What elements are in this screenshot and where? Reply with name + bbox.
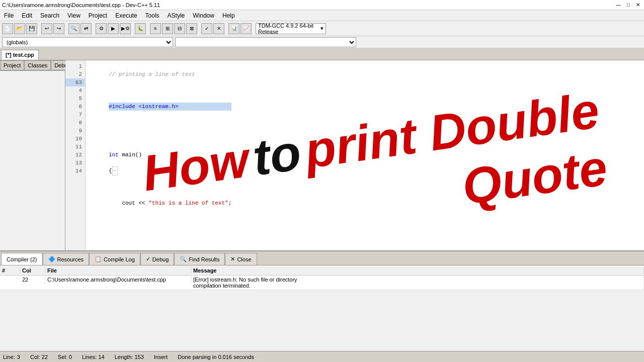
close-tab-label: Close [237, 256, 251, 262]
line-num-6: 6 [65, 103, 85, 111]
globals-dropdown[interactable]: (globals) [2, 37, 173, 47]
line-num-10: 10 [65, 135, 85, 143]
tab-compiler[interactable]: Compiler (2) [1, 253, 43, 265]
chart-button[interactable]: 📊 [228, 23, 239, 34]
column-headers: # Col File Message [0, 265, 644, 276]
code-main: main() [119, 151, 142, 159]
app: C:\Users\ramone.armstrong\Documents\test… [0, 0, 644, 362]
title-bar: C:\Users\ramone.armstrong\Documents\test… [0, 0, 644, 10]
editor-tab-label: [*] test.cpp [6, 52, 34, 58]
minimize-button[interactable]: — [614, 2, 623, 8]
line-num-3: 83 [65, 78, 85, 86]
code-semi: ; [228, 199, 232, 207]
tb-btn-3[interactable]: ⊟ [174, 23, 185, 34]
menu-search[interactable]: Search [36, 11, 63, 20]
status-message: Done parsing in 0.016 seconds [178, 354, 254, 360]
code-kw-int: int [109, 151, 119, 159]
tb-btn-2[interactable]: ⊞ [162, 23, 173, 34]
close-button[interactable]: ✕ [634, 2, 642, 8]
redo-button[interactable]: ↪ [53, 23, 64, 34]
sidebar-item-project[interactable]: Project [0, 60, 24, 70]
close-tab-icon: ✕ [230, 256, 235, 262]
toolbar: 📄 📂 💾 ↩ ↪ 🔍 ⇄ ⚙ ▶ ▶⚙ 🐛 ≡ ⊞ ⊟ ⊠ ✓ ✕ 📊 📈 T… [0, 21, 644, 36]
code-line-6: int main() [109, 151, 231, 159]
col-header-col: Col [20, 267, 45, 274]
menu-file[interactable]: File [0, 11, 18, 20]
line-num-14: 14 [65, 167, 85, 175]
menu-edit[interactable]: Edit [18, 11, 36, 20]
compile-log-icon: 📋 [95, 256, 102, 262]
find-button[interactable]: 🔍 [68, 23, 79, 34]
sidebar-item-classes[interactable]: Classes [24, 60, 51, 70]
line-num-11: 11 [65, 143, 85, 151]
error-file: C:\Users\ramone.armstrong\Documents\test… [45, 276, 191, 284]
stop-button[interactable]: ✕ [213, 23, 224, 34]
status-mode: Insert [154, 354, 168, 360]
debug-button[interactable]: 🐛 [135, 23, 146, 34]
line-num-12: 12 [65, 151, 85, 159]
scope-bar: (globals) [0, 36, 644, 48]
code-line-10 [109, 215, 231, 223]
menu-view[interactable]: View [63, 11, 85, 20]
code-line-12 [109, 247, 231, 250]
compiler-dropdown[interactable]: TDM-GCC 4.9.2 64-bit Release ▾ [256, 23, 326, 34]
status-line: Line: 3 [3, 354, 20, 360]
compiler-table: # Col File Message 22 C:\Users\ramone.ar… [0, 265, 644, 351]
status-text: Done parsing in 0.016 seconds [178, 354, 254, 360]
menu-bar: File Edit Search View Project Execute To… [0, 10, 644, 21]
menu-project[interactable]: Project [85, 11, 111, 20]
tab-find-results[interactable]: 🔍 Find Results [174, 253, 225, 265]
tab-close[interactable]: ✕ Close [225, 253, 257, 265]
table-row[interactable]: 22 C:\Users\ramone.armstrong\Documents\t… [0, 276, 644, 290]
code-area[interactable]: 1 2 83 4 5 6 7 8 9 10 11 12 13 14 // pri… [65, 60, 644, 250]
new-button[interactable]: 📄 [2, 23, 13, 34]
compiler-tab-label: Compiler (2) [7, 256, 37, 262]
compiler-panel: Compiler (2) 🔷 Resources 📋 Compile Log ✓… [0, 250, 644, 351]
line-num-13: 13 [65, 159, 85, 167]
code-content[interactable]: // printing a line of text #include <ios… [106, 60, 234, 250]
function-dropdown[interactable] [175, 37, 356, 47]
code-line-5 [109, 135, 231, 143]
editor-tab[interactable]: [*] test.cpp [1, 50, 39, 60]
replace-button[interactable]: ⇄ [80, 23, 92, 34]
menu-window[interactable]: Window [189, 11, 218, 20]
length-value: Length: 153 [115, 354, 144, 360]
profile-button[interactable]: 📈 [240, 23, 252, 34]
menu-astyle[interactable]: AStyle [164, 11, 189, 20]
tab-compile-log[interactable]: 📋 Compile Log [89, 253, 140, 265]
left-panel: Project Classes Debug [0, 60, 65, 250]
check-button[interactable]: ✓ [201, 23, 212, 34]
tb-btn-1[interactable]: ≡ [150, 23, 161, 34]
col-header-file: File [45, 267, 191, 274]
tab-debug[interactable]: ✓ Debug [140, 253, 174, 265]
menu-execute[interactable]: Execute [111, 11, 141, 20]
line-num-1: 1 [65, 62, 85, 70]
find-results-tab-label: Find Results [189, 256, 219, 262]
tab-resources[interactable]: 🔷 Resources [43, 253, 90, 265]
line-value: 3 [17, 354, 20, 360]
debug-tab-label: Debug [152, 256, 169, 262]
code-string: "this is a line of text" [148, 199, 228, 207]
code-cout: cout << [109, 199, 148, 207]
maximize-button[interactable]: □ [625, 2, 632, 8]
compile-button[interactable]: ⚙ [96, 23, 107, 34]
tb-btn-4[interactable]: ⊠ [186, 23, 197, 34]
run-button[interactable]: ▶ [108, 23, 119, 34]
open-button[interactable]: 📂 [14, 23, 25, 34]
error-line-num [0, 276, 20, 278]
compiler-dropdown-label: TDM-GCC 4.9.2 64-bit Release [258, 23, 320, 35]
compile-run-button[interactable]: ▶⚙ [120, 23, 131, 34]
status-bar: Line: 3 Col: 22 Sel: 0 Lines: 14 Length:… [0, 351, 644, 362]
status-lines: Lines: 14 [82, 354, 105, 360]
fold-icon[interactable]: − [112, 166, 118, 175]
menu-tools[interactable]: Tools [141, 11, 164, 20]
line-num-5: 5 [65, 95, 85, 103]
undo-button[interactable]: ↩ [41, 23, 52, 34]
compiler-tabs: Compiler (2) 🔷 Resources 📋 Compile Log ✓… [0, 251, 644, 265]
status-col: Col: 22 [30, 354, 48, 360]
tab-bar: [*] test.cpp [0, 48, 644, 60]
save-button[interactable]: 💾 [26, 23, 37, 34]
menu-help[interactable]: Help [218, 11, 239, 20]
resources-tab-label: Resources [57, 256, 84, 262]
code-line-7: { − [109, 167, 231, 175]
